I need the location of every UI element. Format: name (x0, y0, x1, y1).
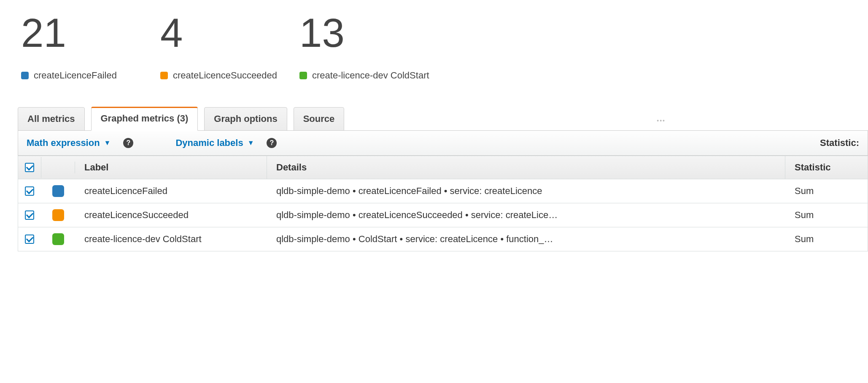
stat-value: 4 (160, 13, 299, 53)
metrics-table: Label Details Statistic createLicenceFai… (18, 156, 868, 251)
stat-value: 21 (21, 13, 160, 53)
select-all-checkbox[interactable] (25, 163, 34, 172)
stat-label: create-licence-dev ColdStart (312, 70, 429, 81)
stat-label: createLicenceFailed (34, 70, 117, 81)
header-details[interactable]: Details (267, 156, 785, 179)
row-statistic[interactable]: Sum (795, 186, 814, 197)
tabs-container: All metrics Graphed metrics (3) Graph op… (18, 106, 868, 131)
chevron-down-icon: ▼ (248, 139, 254, 147)
dynamic-labels-label: Dynamic labels (175, 138, 243, 148)
statistic-label: Statistic: (820, 138, 859, 148)
color-swatch[interactable] (52, 209, 64, 221)
help-icon[interactable]: ? (123, 138, 133, 148)
row-label[interactable]: createLicenceFailed (84, 186, 167, 197)
metric-summary-row: 21 createLicenceFailed 4 createLicenceSu… (0, 0, 868, 106)
row-label[interactable]: createLicenceSucceeded (84, 210, 189, 221)
stat-label: createLicenceSucceeded (173, 70, 277, 81)
row-details: qldb-simple-demo • ColdStart • service: … (276, 234, 553, 245)
tab-graph-options[interactable]: Graph options (204, 107, 287, 131)
color-swatch (160, 72, 168, 79)
table-row: create-licence-dev ColdStart qldb-simple… (18, 227, 868, 251)
row-statistic[interactable]: Sum (795, 234, 814, 245)
math-expression-dropdown[interactable]: Math expression ▼ (27, 138, 111, 148)
math-expression-label: Math expression (27, 138, 100, 148)
color-swatch[interactable] (52, 233, 64, 245)
tab-graphed-metrics[interactable]: Graphed metrics (3) (91, 107, 198, 131)
stat-card: 4 createLicenceSucceeded (160, 13, 299, 81)
stat-card: 21 createLicenceFailed (21, 13, 160, 81)
table-row: createLicenceSucceeded qldb-simple-demo … (18, 203, 868, 227)
row-statistic[interactable]: Sum (795, 210, 814, 221)
color-swatch[interactable] (52, 185, 64, 197)
row-label[interactable]: create-licence-dev ColdStart (84, 234, 202, 245)
header-color (41, 162, 75, 173)
color-swatch (21, 72, 29, 79)
dynamic-labels-dropdown[interactable]: Dynamic labels ▼ (175, 138, 254, 148)
tab-source[interactable]: Source (294, 107, 345, 131)
header-label[interactable]: Label (75, 156, 267, 179)
row-details: qldb-simple-demo • createLicenceFailed •… (276, 186, 542, 197)
toolbar: Math expression ▼ ? Dynamic labels ▼ ? S… (18, 131, 868, 156)
table-row: createLicenceFailed qldb-simple-demo • c… (18, 179, 868, 203)
header-statistic[interactable]: Statistic (785, 156, 868, 179)
table-header-row: Label Details Statistic (18, 156, 868, 179)
chevron-down-icon: ▼ (104, 139, 111, 147)
stat-value: 13 (299, 13, 460, 53)
stat-card: 13 create-licence-dev ColdStart (299, 13, 460, 81)
color-swatch (299, 72, 307, 79)
row-checkbox[interactable] (25, 210, 34, 220)
row-checkbox[interactable] (25, 186, 34, 196)
tab-all-metrics[interactable]: All metrics (18, 107, 85, 131)
help-icon[interactable]: ? (267, 138, 277, 148)
row-checkbox[interactable] (25, 235, 34, 244)
row-details: qldb-simple-demo • createLicenceSucceede… (276, 210, 558, 221)
